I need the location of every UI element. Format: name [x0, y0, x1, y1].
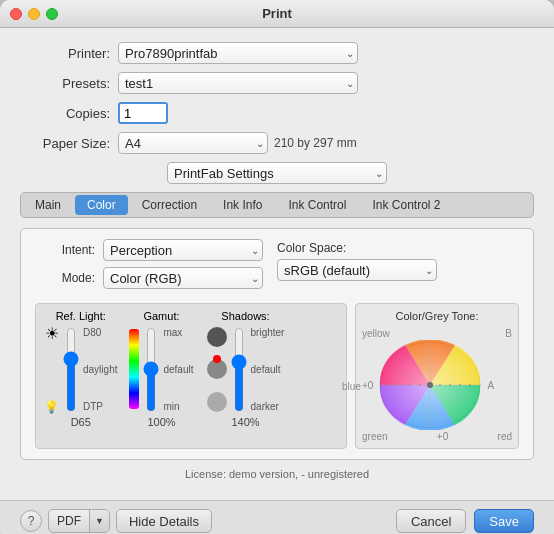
intent-label: Intent: [35, 243, 95, 257]
ref-light-slider-wrap: ☀ 💡 D80 daylight DTP [44, 324, 117, 414]
color-space-select-wrap: sRGB (default) ⌄ [277, 259, 437, 281]
intent-select[interactable]: Perception [103, 239, 263, 261]
tab-color[interactable]: Color [75, 195, 128, 215]
gamut-percent: 100% [147, 416, 175, 428]
color-panel: Intent: Perception ⌄ Mode: Color (RG [20, 228, 534, 460]
sliders-area: Ref. Light: ☀ 💡 D80 daylight DTP [35, 303, 347, 449]
ref-light-slider[interactable] [63, 327, 79, 412]
copies-control [118, 102, 534, 124]
wheel-top-labels: yellow B [362, 328, 512, 339]
traffic-lights [10, 8, 58, 20]
tab-ink-info[interactable]: Ink Info [211, 195, 274, 215]
color-space-section: Color Space: sRGB (default) ⌄ [277, 241, 437, 295]
wheel-bottom-labels: green +0 red [362, 431, 512, 442]
license-row: License: demo version, - unregistered [20, 468, 534, 480]
ref-current-value: D65 [71, 416, 91, 428]
bulb-icon: 💡 [44, 400, 59, 414]
ref-d80: D80 [83, 327, 117, 338]
tab-ink-control[interactable]: Ink Control [276, 195, 358, 215]
gamut-section: Gamut: max default min 100% [129, 310, 193, 444]
copies-label: Copies: [20, 106, 110, 121]
paper-size-select-wrap: A4 ⌄ [118, 132, 268, 154]
paper-size-select[interactable]: A4 [118, 132, 268, 154]
shadows-brighter: brighter [251, 327, 285, 338]
printfab-select-wrap: PrintFab Settings ⌄ [167, 162, 387, 184]
copies-input[interactable] [118, 102, 168, 124]
tab-correction[interactable]: Correction [130, 195, 209, 215]
help-button[interactable]: ? [20, 510, 42, 532]
hide-details-button[interactable]: Hide Details [116, 509, 212, 533]
shadows-slider[interactable] [231, 327, 247, 412]
presets-row: Presets: test1 ⌄ [20, 72, 534, 94]
footer-right: Cancel Save [396, 509, 534, 533]
gamut-max: max [163, 327, 193, 338]
printer-control: Pro7890printfab ⌄ [118, 42, 534, 64]
maximize-button[interactable] [46, 8, 58, 20]
ref-light-section: Ref. Light: ☀ 💡 D80 daylight DTP [44, 310, 117, 444]
paper-size-row: Paper Size: A4 ⌄ 210 by 297 mm [20, 132, 534, 154]
footer: ? PDF ▼ Hide Details Cancel Save [0, 500, 554, 534]
y-axis-label: +0 [362, 340, 373, 430]
close-button[interactable] [10, 8, 22, 20]
presets-select[interactable]: test1 [118, 72, 358, 94]
red-label: red [498, 431, 512, 442]
shadows-default: default [251, 364, 285, 375]
minimize-button[interactable] [28, 8, 40, 20]
gamut-color-bar [129, 329, 139, 409]
gamut-labels: max default min [163, 327, 193, 412]
a-label-right: A [487, 340, 494, 430]
sun-icon: ☀ [45, 324, 59, 343]
x-offset-label: +0 [437, 431, 448, 442]
color-wheel-svg[interactable] [375, 340, 485, 430]
save-button[interactable]: Save [474, 509, 534, 533]
gamut-title: Gamut: [143, 310, 179, 322]
printer-select[interactable]: Pro7890printfab [118, 42, 358, 64]
printer-select-wrap: Pro7890printfab ⌄ [118, 42, 358, 64]
ref-daylight: daylight [83, 364, 117, 375]
tab-main[interactable]: Main [23, 195, 73, 215]
panel-top: Intent: Perception ⌄ Mode: Color (RG [35, 239, 519, 295]
gamut-slider[interactable] [143, 327, 159, 412]
color-space-select[interactable]: sRGB (default) [277, 259, 437, 281]
printfab-select[interactable]: PrintFab Settings [167, 162, 387, 184]
shadows-slider-wrap: brighter default darker [207, 324, 285, 414]
copies-row: Copies: [20, 102, 534, 124]
license-text: License: demo version, - unregistered [185, 468, 369, 480]
pdf-dropdown-arrow[interactable]: ▼ [89, 510, 109, 532]
shadow-dark-icon [207, 327, 227, 347]
gamut-min: min [163, 401, 193, 412]
ref-light-icons: ☀ 💡 [44, 324, 59, 414]
pdf-label: PDF [49, 512, 89, 530]
sliders-wheel-row: Ref. Light: ☀ 💡 D80 daylight DTP [35, 303, 519, 449]
paper-size-control: A4 ⌄ 210 by 297 mm [118, 132, 534, 154]
presets-label: Presets: [20, 76, 110, 91]
shadow-mid-icon [207, 359, 227, 379]
shadows-darker: darker [251, 401, 285, 412]
paper-size-label: Paper Size: [20, 136, 110, 151]
color-space-label: Color Space: [277, 241, 437, 255]
color-tone-section: Color/Grey Tone: yellow B +0 [355, 303, 519, 449]
printer-row: Printer: Pro7890printfab ⌄ [20, 42, 534, 64]
gamut-default: default [163, 364, 193, 375]
mode-row: Mode: Color (RGB) ⌄ [35, 267, 263, 289]
paper-dimensions: 210 by 297 mm [274, 136, 357, 150]
color-wheel-wrap: yellow B +0 [362, 328, 512, 442]
tab-bar: Main Color Correction Ink Info Ink Contr… [20, 192, 534, 218]
footer-left: ? PDF ▼ Hide Details [20, 509, 212, 533]
ref-dtp: DTP [83, 401, 117, 412]
cancel-button[interactable]: Cancel [396, 509, 466, 533]
shadows-labels: brighter default darker [251, 327, 285, 412]
presets-control: test1 ⌄ [118, 72, 534, 94]
gamut-slider-wrap: max default min [129, 324, 193, 414]
pdf-button[interactable]: PDF ▼ [48, 509, 110, 533]
presets-select-wrap: test1 ⌄ [118, 72, 358, 94]
b-label: B [505, 328, 512, 339]
wheel-row: +0 [362, 340, 512, 430]
dialog-content: Printer: Pro7890printfab ⌄ Presets: test… [0, 28, 554, 500]
ref-light-labels: D80 daylight DTP [83, 327, 117, 412]
window-title: Print [262, 6, 292, 21]
color-tone-title: Color/Grey Tone: [362, 310, 512, 322]
mode-select[interactable]: Color (RGB) [103, 267, 263, 289]
tab-ink-control2[interactable]: Ink Control 2 [360, 195, 452, 215]
a-label: A [487, 380, 494, 391]
